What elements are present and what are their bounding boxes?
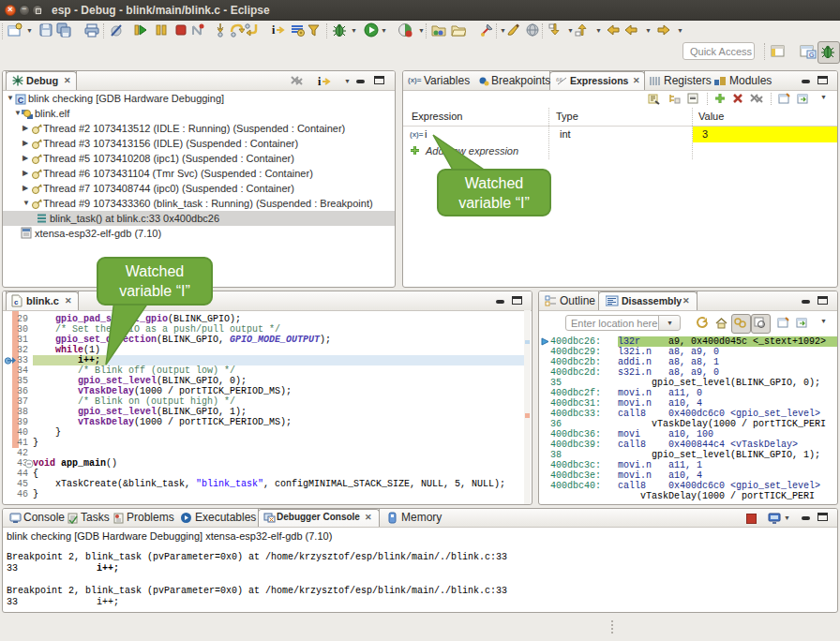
svg-text:variable “I”: variable “I”: [119, 283, 190, 299]
svg-text:Watched: Watched: [126, 263, 185, 279]
svg-text:variable “I”: variable “I”: [458, 195, 530, 211]
svg-text:Watched: Watched: [465, 175, 524, 191]
